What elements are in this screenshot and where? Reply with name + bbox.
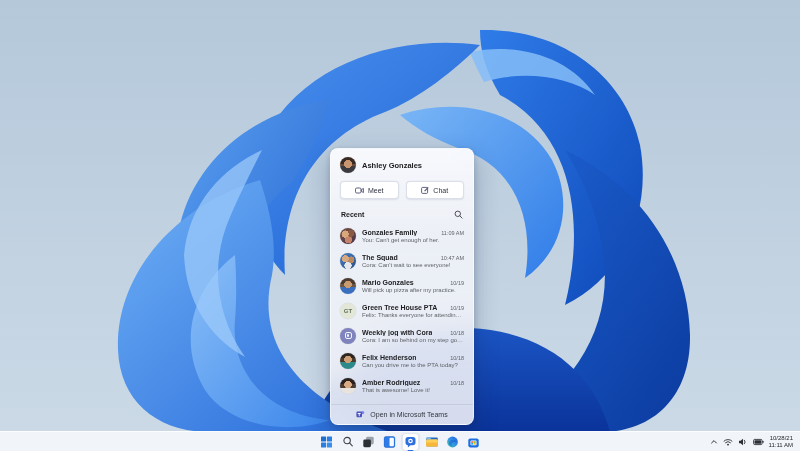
message-preview: Cora: Can't wait to see everyone! — [362, 262, 464, 268]
file-explorer-icon — [425, 436, 438, 448]
contact-name: The Squad — [362, 254, 398, 261]
recent-label: Recent — [341, 211, 364, 218]
chevron-up-icon[interactable] — [710, 438, 718, 446]
contact-avatar — [340, 228, 356, 244]
taskbar: 10/28/21 11:11 AM — [0, 431, 800, 451]
actions-row: Meet Chat — [331, 178, 473, 199]
volume-icon[interactable] — [738, 438, 748, 446]
start-button[interactable] — [319, 434, 335, 450]
edge-icon — [447, 436, 459, 448]
chat-button-taskbar[interactable] — [403, 434, 419, 450]
meet-button[interactable]: Meet — [340, 181, 399, 199]
open-in-teams-button[interactable]: Open in Microsoft Teams — [331, 404, 473, 424]
file-explorer-button[interactable] — [424, 434, 440, 450]
battery-icon[interactable] — [753, 438, 764, 446]
open-in-teams-label: Open in Microsoft Teams — [370, 411, 447, 418]
compose-icon — [421, 186, 429, 194]
widgets-button[interactable] — [382, 434, 398, 450]
message-preview: Will pick up pizza after my practice. — [362, 287, 464, 293]
contact-avatar — [340, 278, 356, 294]
clock-time: 11:11 AM — [769, 442, 793, 449]
chat-list-item[interactable]: Gonzales Family 11:09 AM You: Can't get … — [331, 223, 473, 248]
teams-chat-flyout: Ashley Gonzales Meet Chat Recent Gonzale… — [330, 148, 474, 425]
contact-name: Weekly jog with Cora — [362, 329, 432, 336]
timestamp: 10:47 AM — [441, 255, 464, 261]
clock-date: 10/28/21 — [769, 435, 793, 442]
avatar-initials: GT — [344, 308, 353, 314]
chat-list-item[interactable]: GT Green Tree House PTA 10/19 Felix: Tha… — [331, 298, 473, 323]
contact-name: Amber Rodriguez — [362, 379, 420, 386]
video-camera-icon — [355, 187, 364, 194]
contact-name: Gonzales Family — [362, 229, 417, 236]
contact-name: Felix Henderson — [362, 354, 416, 361]
timestamp: 10/19 — [450, 305, 464, 311]
search-button[interactable] — [340, 434, 356, 450]
wifi-icon[interactable] — [723, 438, 733, 446]
edge-browser-button[interactable] — [445, 434, 461, 450]
app-avatar-icon — [345, 332, 352, 339]
microsoft-store-button[interactable] — [466, 434, 482, 450]
chat-list: Gonzales Family 11:09 AM You: Can't get … — [331, 223, 473, 404]
message-preview: Felix: Thanks everyone for attending tod… — [362, 312, 464, 318]
meet-label: Meet — [368, 187, 384, 194]
task-view-button[interactable] — [361, 434, 377, 450]
chat-list-item[interactable]: Mario Gonzales 10/19 Will pick up pizza … — [331, 273, 473, 298]
contact-avatar — [340, 378, 356, 394]
chat-list-item[interactable]: Weekly jog with Cora 10/18 Cora: I am so… — [331, 323, 473, 348]
clock[interactable]: 10/28/21 11:11 AM — [769, 435, 793, 449]
store-icon — [468, 436, 480, 448]
contact-avatar — [340, 253, 356, 269]
teams-icon — [356, 410, 365, 419]
contact-avatar — [340, 353, 356, 369]
message-preview: Cora: I am so behind on my step goals. — [362, 337, 464, 343]
windows-logo-icon — [321, 436, 333, 448]
message-preview: That is awesome! Love it! — [362, 387, 464, 393]
timestamp: 10/18 — [450, 330, 464, 336]
chat-list-item[interactable]: The Squad 10:47 AM Cora: Can't wait to s… — [331, 248, 473, 273]
user-avatar[interactable] — [340, 157, 356, 173]
chat-list-item[interactable]: Felix Henderson 10/18 Can you drive me t… — [331, 348, 473, 373]
contact-name: Green Tree House PTA — [362, 304, 437, 311]
task-view-icon — [363, 436, 375, 448]
panel-header: Ashley Gonzales — [331, 149, 473, 178]
timestamp: 10/19 — [450, 280, 464, 286]
user-name: Ashley Gonzales — [362, 161, 422, 170]
timestamp: 10/18 — [450, 355, 464, 361]
message-preview: Can you drive me to the PTA today? — [362, 362, 464, 368]
search-icon[interactable] — [454, 210, 463, 219]
timestamp: 10/18 — [450, 380, 464, 386]
system-tray: 10/28/21 11:11 AM — [703, 432, 800, 451]
search-icon — [342, 436, 353, 447]
message-preview: You: Can't get enough of her. — [362, 237, 464, 243]
contact-name: Mario Gonzales — [362, 279, 414, 286]
widgets-icon — [384, 436, 396, 448]
chat-bubble-icon — [405, 436, 417, 448]
contact-avatar-app — [340, 328, 356, 344]
contact-avatar-initials: GT — [340, 303, 356, 319]
chat-list-item[interactable]: Amber Rodriguez 10/18 That is awesome! L… — [331, 373, 473, 398]
chat-label: Chat — [433, 187, 448, 194]
chat-button[interactable]: Chat — [406, 181, 465, 199]
timestamp: 11:09 AM — [441, 230, 464, 236]
taskbar-center-icons — [319, 432, 482, 451]
recent-row: Recent — [331, 199, 473, 223]
